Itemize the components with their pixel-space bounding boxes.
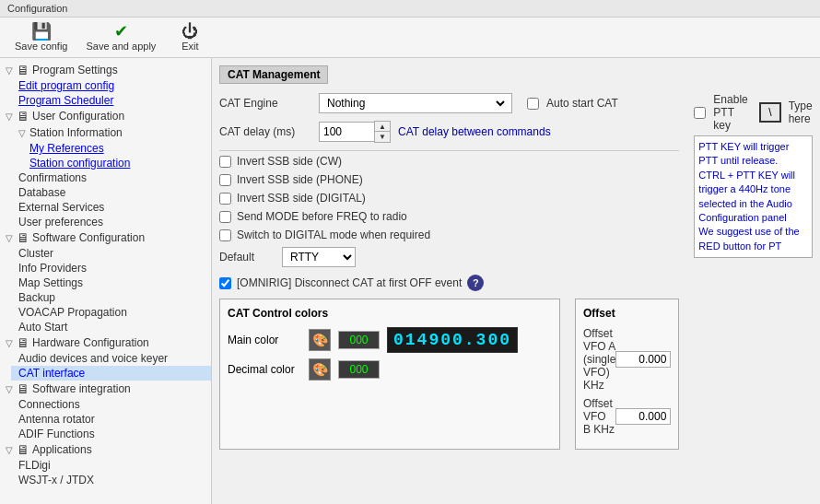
main-layout: ▽ 🖥 Program Settings Edit program config… (0, 58, 820, 504)
sidebar-item-connections[interactable]: Connections (11, 397, 211, 412)
sidebar-item-map-settings[interactable]: Map Settings (11, 275, 211, 290)
cat-engine-row: CAT Engine Nothing Hamlib OmniRig FlRig … (219, 93, 679, 113)
sidebar-item-auto-start[interactable]: Auto Start (11, 320, 211, 334)
software-integration-children: Connections Antenna rotator ADIF Functio… (0, 397, 211, 441)
cat-delay-between-label: CAT delay between commands (398, 125, 551, 138)
invert-ssb-phone-label: Invert SSB side (PHONE) (237, 173, 363, 186)
sidebar-item-audio-devices[interactable]: Audio devices and voice keyer (11, 351, 211, 366)
save-config-button[interactable]: 💾 Save config (7, 21, 75, 53)
folder-icon6: 🖥 (17, 442, 29, 457)
invert-ssb-cw-checkbox[interactable] (219, 156, 231, 168)
sidebar-item-program-scheduler[interactable]: Program Scheduler (11, 93, 211, 108)
checkbox-row-3: Invert SSB side (DIGITAL) (219, 192, 679, 205)
sidebar-item-voacap[interactable]: VOACAP Propagation (11, 305, 211, 320)
cat-engine-dropdown[interactable]: Nothing Hamlib OmniRig FlRig (319, 93, 512, 113)
auto-start-cat-checkbox[interactable] (527, 98, 539, 110)
title-text: Configuration (7, 3, 67, 14)
offset-vfo-b-input[interactable] (615, 408, 671, 425)
cat-engine-label: CAT Engine (219, 97, 311, 110)
offset-vfo-b-label: Offset VFO B KHz (583, 397, 615, 436)
sidebar-group-applications[interactable]: ▽ 🖥 Applications (0, 441, 211, 458)
send-mode-label: Send MODE before FREQ to radio (237, 210, 407, 223)
decimal-color-input[interactable] (338, 360, 380, 379)
cat-delay-label: CAT delay (ms) (219, 125, 311, 138)
folder-icon: 🖥 (17, 63, 29, 77)
exit-button[interactable]: ⏻ Exit (167, 21, 213, 53)
help-icon[interactable]: ? (467, 275, 484, 291)
sidebar-group-software-config[interactable]: ▽ 🖥 Software Configuration (0, 229, 211, 246)
two-col-content: CAT Engine Nothing Hamlib OmniRig FlRig … (219, 93, 813, 450)
exit-icon: ⏻ (182, 23, 198, 40)
switch-digital-checkbox[interactable] (219, 229, 231, 241)
sidebar-group-hardware-config[interactable]: ▽ 🖥 Hardware Configuration (0, 334, 211, 351)
palette-icon2: 🎨 (312, 362, 328, 377)
decimal-color-label: Decimal color (228, 363, 301, 376)
user-config-children: ▽ Station Information My References Stat… (0, 124, 211, 229)
content-area: CAT Management CAT Engine Nothing Hamlib… (212, 58, 820, 504)
sidebar-item-database[interactable]: Database (11, 185, 211, 200)
sidebar-item-cat-interface[interactable]: CAT interface (11, 366, 211, 381)
sidebar-item-info-providers[interactable]: Info Providers (11, 261, 211, 275)
sidebar-item-confirmations[interactable]: Confirmations (11, 170, 211, 185)
ptt-key-button[interactable]: \ (759, 102, 780, 123)
decimal-color-row: Decimal color 🎨 (228, 358, 552, 381)
software-config-children: Cluster Info Providers Map Settings Back… (0, 246, 211, 334)
main-color-picker-btn[interactable]: 🎨 (309, 329, 331, 351)
expand-icon6: ▽ (2, 381, 17, 396)
checkbox-row-4: Send MODE before FREQ to radio (219, 210, 679, 223)
sidebar-item-user-preferences[interactable]: User preferences (11, 215, 211, 229)
sidebar-group-station-info[interactable]: ▽ Station Information (11, 124, 211, 141)
folder-icon2: 🖥 (17, 109, 29, 123)
send-mode-checkbox[interactable] (219, 211, 231, 223)
save-apply-icon: ✔ (114, 23, 128, 40)
save-apply-label: Save and apply (86, 41, 156, 52)
left-col: CAT Engine Nothing Hamlib OmniRig FlRig … (219, 93, 679, 450)
title-bar: Configuration (0, 0, 820, 18)
sidebar-item-cluster[interactable]: Cluster (11, 246, 211, 261)
spin-down-button[interactable]: ▼ (375, 132, 390, 142)
sidebar-item-external-services[interactable]: External Services (11, 200, 211, 215)
right-col: Enable PTT key \ Type here PTT KEY will … (694, 93, 813, 450)
ptt-info-text: PTT KEY will trigger PTT until release.C… (698, 141, 799, 252)
sidebar-item-adif-functions[interactable]: ADIF Functions (11, 427, 211, 441)
sidebar-group-software-integration[interactable]: ▽ 🖥 Software integration (0, 381, 211, 397)
invert-ssb-digital-checkbox[interactable] (219, 193, 231, 205)
spin-up-button[interactable]: ▲ (375, 122, 390, 132)
freq-display-text: 014900.300 (393, 331, 511, 349)
save-config-label: Save config (15, 41, 67, 52)
sidebar-item-edit-program-config[interactable]: Edit program config (11, 78, 211, 93)
sidebar-item-backup[interactable]: Backup (11, 290, 211, 305)
default-label: Default (219, 251, 275, 264)
save-apply-button[interactable]: ✔ Save and apply (78, 21, 163, 53)
main-color-row: Main color 🎨 014900.300 (228, 327, 552, 353)
offset-vfo-b-row: Offset VFO B KHz (583, 397, 671, 436)
folder-icon3: 🖥 (17, 230, 29, 245)
cat-colors-box: CAT Control colors Main color 🎨 014900.3… (219, 299, 560, 450)
cat-delay-input[interactable] (319, 122, 374, 142)
offset-vfo-a-input[interactable] (615, 351, 671, 368)
ptt-enable-checkbox[interactable] (694, 107, 706, 119)
invert-ssb-digital-label: Invert SSB side (DIGITAL) (237, 192, 366, 205)
checkbox-row-1: Invert SSB side (CW) (219, 155, 679, 168)
sidebar-item-station-config[interactable]: Station configuration (22, 156, 211, 170)
default-row: Default RTTY PSK31 FT8 (219, 247, 679, 267)
sidebar-group-program-settings[interactable]: ▽ 🖥 Program Settings (0, 62, 211, 78)
sidebar-item-antenna-rotator[interactable]: Antenna rotator (11, 412, 211, 427)
spin-buttons: ▲ ▼ (374, 121, 391, 143)
sidebar-group-user-config[interactable]: ▽ 🖥 User Configuration (0, 108, 211, 124)
folder-icon5: 🖥 (17, 381, 29, 396)
omnirig-checkbox-row: [OMNIRIG] Disconnect CAT at first OFF ev… (219, 275, 679, 291)
main-color-input[interactable] (338, 331, 380, 349)
applications-children: FLDigi WSJT-x / JTDX (0, 458, 211, 487)
omnirig-checkbox[interactable] (219, 277, 231, 289)
sidebar-item-my-references[interactable]: My References (22, 141, 211, 156)
hardware-config-children: Audio devices and voice keyer CAT interf… (0, 351, 211, 381)
invert-ssb-phone-checkbox[interactable] (219, 174, 231, 186)
expand-icon3: ▽ (15, 125, 29, 140)
sidebar-item-fldigi[interactable]: FLDigi (11, 458, 211, 473)
decimal-color-picker-btn[interactable]: 🎨 (309, 358, 331, 381)
sidebar-item-wsjt[interactable]: WSJT-x / JTDX (11, 473, 211, 487)
main-color-label: Main color (228, 334, 301, 346)
default-dropdown[interactable]: RTTY PSK31 FT8 (282, 247, 356, 267)
cat-engine-select[interactable]: Nothing Hamlib OmniRig FlRig (323, 96, 508, 111)
